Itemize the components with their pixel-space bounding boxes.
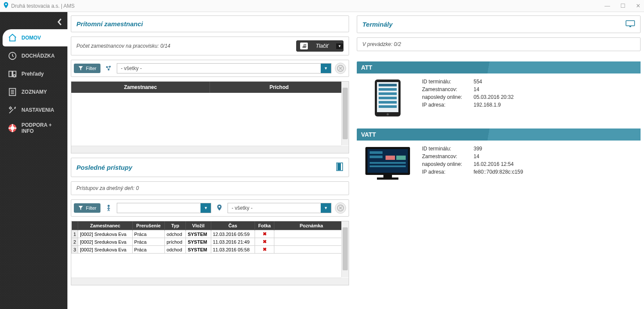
clock-icon	[8, 51, 17, 61]
content: Prítomní zamestnanci Počet zamestnancov …	[67, 12, 644, 309]
recent-today-label: Prístupov za dnešný deň: 0	[76, 185, 139, 191]
column-header[interactable]: Prerušenie	[132, 221, 164, 230]
column-header[interactable]: Fotka	[255, 221, 274, 230]
panel-title: Posledné prístupy	[76, 164, 132, 171]
svg-point-4	[10, 126, 14, 130]
lifebuoy-icon	[8, 123, 17, 133]
terminal-card[interactable]: VATTID terminálu:399Zamestnancov:14napos…	[357, 128, 641, 190]
sidebar-item-prehlady[interactable]: Prehľady	[3, 65, 67, 83]
sidebar-item-domov[interactable]: DOMOV	[3, 29, 67, 46]
label-ip: IP adresa:	[422, 102, 474, 108]
sidebar-item-dochadzka[interactable]: DOCHÁDZKA	[3, 47, 67, 64]
sidebar-item-label: ZOZNAMY	[21, 89, 47, 95]
terminal-image	[362, 146, 413, 184]
filter-label: Filter	[86, 205, 96, 211]
column-header-arrival[interactable]: Príchod	[210, 82, 349, 93]
label-last-online: naposledy online:	[422, 94, 474, 100]
minimize-button[interactable]: —	[605, 3, 610, 9]
terminal-card[interactable]: ATTID terminálu:554Zamestnancov:14naposl…	[357, 61, 641, 122]
cell-note	[274, 246, 349, 254]
terminal-body: ID terminálu:399Zamestnancov:14naposledy…	[357, 141, 641, 190]
vertical-scrollbar[interactable]	[341, 221, 349, 277]
svg-point-12	[219, 206, 220, 208]
close-button[interactable]: ✕	[636, 3, 641, 9]
column-header[interactable]: Zamestnanec	[78, 221, 132, 230]
chevron-down-icon[interactable]: ▼	[321, 64, 331, 73]
panel-recent-access: Posledné prístupy	[71, 158, 349, 177]
vertical-scrollbar[interactable]	[341, 82, 349, 145]
horizontal-scrollbar[interactable]	[71, 146, 341, 153]
reset-filter-button[interactable]	[335, 202, 346, 214]
cell-note	[274, 230, 349, 238]
svg-point-11	[108, 205, 110, 207]
value-ip: 192.168.1.9	[474, 102, 501, 108]
panel-header: Terminály	[357, 16, 640, 33]
monitor-icon	[626, 20, 635, 28]
no-photo-icon: ✖	[255, 230, 274, 238]
printer-icon: 🖶	[300, 43, 308, 49]
label-employees: Zamestnancov:	[422, 153, 474, 159]
combo-value	[117, 203, 200, 213]
panel-header: Posledné prístupy	[71, 158, 349, 177]
value-last-online: 05.03.2016 20:32	[474, 94, 513, 100]
cell-interrupt: Práca	[132, 246, 164, 254]
cell-interrupt: Práca	[132, 230, 164, 238]
recent-employee-combo[interactable]: ▼	[117, 203, 211, 213]
combo-value: - všetky -	[117, 64, 321, 73]
column-header[interactable]: Vložil	[186, 221, 211, 230]
no-photo-icon: ✖	[255, 238, 274, 246]
column-header[interactable]: Poznámka	[274, 221, 349, 230]
terminal-image	[362, 79, 413, 117]
chevron-down-icon[interactable]: ▼	[336, 43, 343, 49]
svg-rect-19	[379, 92, 397, 95]
svg-point-1	[13, 75, 16, 77]
table-header-row: Zamestnanec Prerušenie Typ Vložil Čas Fo…	[72, 221, 349, 230]
print-button[interactable]: 🖶 Tlačiť ▼	[296, 40, 343, 52]
sidebar-item-zoznamy[interactable]: ZOZNAMY	[3, 83, 67, 101]
group-icon	[104, 64, 113, 73]
person-icon	[104, 203, 113, 213]
present-count-label: Počet zamestnancov na pracovisku: 0/14	[76, 43, 170, 49]
maximize-button[interactable]: ☐	[620, 3, 626, 9]
location-pin-icon	[215, 203, 224, 213]
svg-rect-22	[379, 105, 397, 108]
list-icon	[8, 87, 17, 97]
column-header-employee[interactable]: Zamestnanec	[71, 82, 210, 93]
value-id: 399	[474, 146, 482, 152]
table-row[interactable]: 2[0002] Sredukova EvaPrácapríchodSYSTEM1…	[72, 238, 349, 246]
svg-rect-28	[386, 156, 395, 160]
titlebar: Druhá testovacia a.s. | AMS — ☐ ✕	[0, 0, 644, 12]
terminal-name-header: VATT	[357, 128, 641, 141]
present-table: Zamestnanec Príchod	[71, 81, 349, 153]
label-id: ID terminálu:	[422, 146, 474, 152]
recent-table: Zamestnanec Prerušenie Typ Vložil Čas Fo…	[71, 221, 349, 285]
sidebar-collapse-icon[interactable]	[56, 18, 64, 28]
window-controls: — ☐ ✕	[605, 3, 641, 9]
cell-type: odchod	[164, 230, 185, 238]
filter-label: Filter	[86, 66, 96, 71]
filter-button[interactable]: Filter	[74, 64, 100, 73]
table-row[interactable]: 3[0002] Sredukova EvaPrácaodchodSYSTEM11…	[72, 246, 349, 254]
sidebar-item-nastavenia[interactable]: NASTAVENIA	[3, 101, 67, 119]
panel-title: Prítomní zamestnanci	[76, 20, 143, 28]
reset-filter-button[interactable]	[335, 63, 346, 74]
recent-location-combo[interactable]: - všetky - ▼	[228, 203, 331, 213]
chevron-down-icon[interactable]: ▼	[321, 203, 331, 213]
sidebar-item-podpora[interactable]: PODPORA + INFO	[3, 119, 67, 137]
chevron-down-icon[interactable]: ▼	[200, 203, 211, 213]
filter-button[interactable]: Filter	[74, 203, 100, 213]
present-filter-combo[interactable]: - všetky - ▼	[117, 63, 331, 73]
svg-rect-30	[370, 162, 406, 164]
column-header[interactable]: Typ	[164, 221, 185, 230]
cell-type: odchod	[164, 246, 185, 254]
print-label: Tlačiť	[316, 43, 328, 49]
sidebar-item-label: DOMOV	[21, 35, 41, 41]
column-header[interactable]: Čas	[211, 221, 255, 230]
cell-time: 11.03.2016 05:58	[211, 246, 255, 254]
terminals-status-label: V prevádzke: 0/2	[362, 41, 401, 47]
sidebar: DOMOV DOCHÁDZKA Prehľady ZOZNAMY NASTAVE…	[0, 12, 67, 309]
horizontal-scrollbar[interactable]	[71, 278, 341, 285]
table-row[interactable]: 1[0002] Sredukova EvaPrácaodchodSYSTEM12…	[72, 230, 349, 238]
combo-value: - všetky -	[228, 203, 321, 213]
home-icon	[8, 33, 17, 43]
